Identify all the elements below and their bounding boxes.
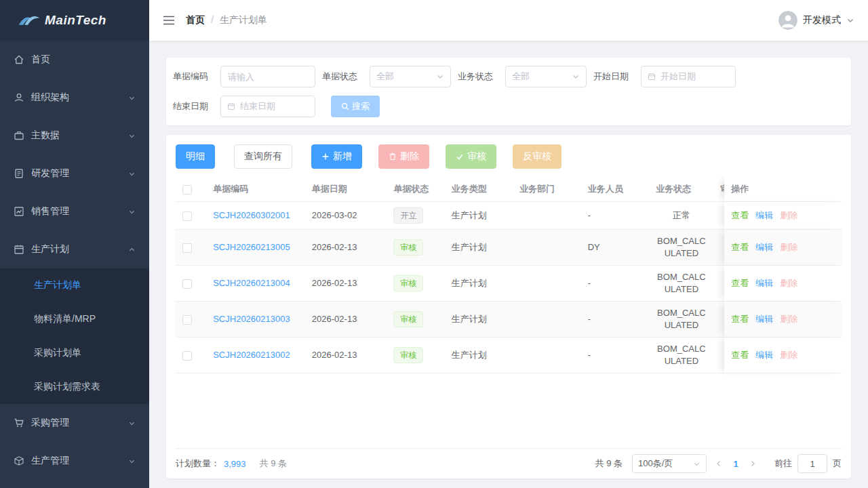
sidebar-item-label: 生产管理 xyxy=(31,455,69,467)
prev-page-icon[interactable] xyxy=(715,460,723,468)
avatar xyxy=(778,11,797,30)
status-badge: 开立 xyxy=(393,207,423,224)
data-table-container: 单据编码 单据日期 单据状态 业务类型 业务部门 业务人员 业务状态 审核 操作 xyxy=(176,177,842,448)
sidebar-item-sales[interactable]: 销售管理 xyxy=(0,192,149,230)
column-biz-dept: 业务部门 xyxy=(513,177,580,202)
delete-button-label: 删除 xyxy=(400,150,419,163)
trash-icon xyxy=(389,152,397,161)
edit-link[interactable]: 编辑 xyxy=(755,350,773,360)
delete-link[interactable]: 删除 xyxy=(780,350,797,360)
unaudit-button[interactable]: 反审核 xyxy=(513,144,561,169)
top-header: 首页/生产计划单 开发模式 xyxy=(149,0,868,41)
doc-code-input[interactable] xyxy=(220,66,315,87)
doc-status-value: 全部 xyxy=(376,70,394,83)
doc-code-link[interactable]: SCJH20260213002 xyxy=(213,349,297,361)
add-button[interactable]: 新增 xyxy=(311,144,362,169)
view-link[interactable]: 查看 xyxy=(731,350,749,360)
sidebar-item-rnd[interactable]: 研发管理 xyxy=(0,155,149,192)
view-link[interactable]: 查看 xyxy=(731,210,749,220)
doc-date-cell: 2026-02-13 xyxy=(305,266,387,302)
doc-code-cell: SCJH20260302001 xyxy=(206,202,305,230)
sidebar-subitem-purchase-plan-order[interactable]: 采购计划单 xyxy=(0,336,149,370)
search-button[interactable]: 搜索 xyxy=(331,96,380,117)
edit-link[interactable]: 编辑 xyxy=(755,278,773,288)
plan-qty-value: 3,993 xyxy=(224,459,246,469)
sidebar-item-master-data[interactable]: 主数据 xyxy=(0,117,149,155)
goto-page-input[interactable] xyxy=(797,454,827,473)
biz-dept-cell xyxy=(513,230,580,266)
logo: MainTech xyxy=(0,0,149,41)
row-checkbox[interactable] xyxy=(182,279,192,289)
edit-link[interactable]: 编辑 xyxy=(755,210,773,220)
page-number[interactable]: 1 xyxy=(731,459,741,469)
delete-link[interactable]: 删除 xyxy=(780,278,797,288)
biz-type-cell: 生产计划 xyxy=(445,302,513,338)
column-biz-status: 业务状态 xyxy=(649,177,713,202)
operations-cell: 查看编辑删除 xyxy=(724,266,842,302)
chart-icon xyxy=(14,206,24,217)
user-mode-label: 开发模式 xyxy=(803,14,841,26)
doc-date-cell: 2026-03-02 xyxy=(305,202,387,230)
edit-link[interactable]: 编辑 xyxy=(755,314,773,324)
user-menu[interactable]: 开发模式 xyxy=(778,11,854,30)
row-checkbox[interactable] xyxy=(182,315,192,325)
breadcrumb-home[interactable]: 首页 xyxy=(186,14,205,25)
check-icon xyxy=(456,152,464,161)
sidebar-item-label: 组织架构 xyxy=(31,92,69,104)
view-link[interactable]: 查看 xyxy=(731,242,749,252)
end-date-picker[interactable]: 结束日期 xyxy=(220,96,315,117)
plus-icon xyxy=(321,152,330,161)
chevron-down-icon xyxy=(436,73,444,81)
edit-link[interactable]: 编辑 xyxy=(755,242,773,252)
delete-link[interactable]: 删除 xyxy=(780,242,797,252)
sidebar-item-purchase-mgmt[interactable]: 采购管理 xyxy=(0,404,149,442)
sidebar-item-production-plan[interactable]: 生产计划 xyxy=(0,230,149,268)
doc-date-cell: 2026-02-13 xyxy=(305,338,387,373)
doc-status-cell: 审核 xyxy=(387,338,444,373)
doc-code-link[interactable]: SCJH20260213004 xyxy=(213,277,297,289)
doc-code-link[interactable]: SCJH20260302001 xyxy=(213,209,297,222)
delete-link[interactable]: 删除 xyxy=(780,314,797,324)
sidebar-subitem-label: 物料清单/MRP xyxy=(34,313,96,325)
row-checkbox-cell xyxy=(176,266,206,302)
sidebar-subitem-production-plan-order[interactable]: 生产计划单 xyxy=(0,268,149,302)
sidebar-subitem-purchase-plan-demand[interactable]: 采购计划需求表 xyxy=(0,370,149,404)
biz-person-cell: - xyxy=(581,302,649,338)
view-link[interactable]: 查看 xyxy=(731,314,749,324)
sidebar-item-production-mgmt[interactable]: 生产管理 xyxy=(0,442,149,480)
doc-code-link[interactable]: SCJH20260213003 xyxy=(213,313,297,325)
start-date-picker[interactable]: 开始日期 xyxy=(641,66,736,87)
briefcase-icon xyxy=(14,130,24,141)
biz-type-cell: 生产计划 xyxy=(445,230,513,266)
logo-swoosh-icon xyxy=(18,13,41,28)
detail-button[interactable]: 明细 xyxy=(176,144,215,169)
table-row: SCJH20260213004 2026-02-13 审核 生产计划 - BOM… xyxy=(176,266,842,302)
row-checkbox[interactable] xyxy=(182,243,192,253)
biz-status-select[interactable]: 全部 xyxy=(505,66,587,87)
biz-status-cell: BOM_CALCULATED xyxy=(649,338,713,373)
column-operations: 操作 xyxy=(724,177,842,202)
sidebar-item-label: 研发管理 xyxy=(31,167,69,180)
main-area: 首页/生产计划单 开发模式 单据编码 单据状态 xyxy=(149,0,868,488)
sidebar-item-organization[interactable]: 组织架构 xyxy=(0,79,149,117)
audit-button[interactable]: 审核 xyxy=(446,144,496,169)
total-count-left: 共 9 条 xyxy=(260,458,287,470)
query-all-button[interactable]: 查询所有 xyxy=(234,144,292,169)
detail-button-label: 明细 xyxy=(186,150,205,163)
sidebar-item-home[interactable]: 首页 xyxy=(0,41,149,79)
sidebar-subitem-bom-mrp[interactable]: 物料清单/MRP xyxy=(0,302,149,336)
row-checkbox[interactable] xyxy=(182,211,192,221)
next-page-icon[interactable] xyxy=(749,460,757,468)
doc-code-link[interactable]: SCJH20260213005 xyxy=(213,241,297,253)
row-checkbox[interactable] xyxy=(182,351,192,361)
biz-status-cell: BOM_CALCULATED xyxy=(649,266,713,302)
delete-link[interactable]: 删除 xyxy=(780,210,797,220)
select-all-checkbox[interactable] xyxy=(182,185,192,195)
delete-button[interactable]: 删除 xyxy=(378,144,429,169)
hamburger-menu-icon[interactable] xyxy=(163,15,175,26)
filter-row-2: 结束日期 结束日期 搜索 xyxy=(173,96,844,117)
chevron-down-icon xyxy=(128,132,136,140)
doc-status-select[interactable]: 全部 xyxy=(370,66,451,87)
page-size-select[interactable]: 100条/页 xyxy=(632,454,707,473)
view-link[interactable]: 查看 xyxy=(731,278,749,288)
